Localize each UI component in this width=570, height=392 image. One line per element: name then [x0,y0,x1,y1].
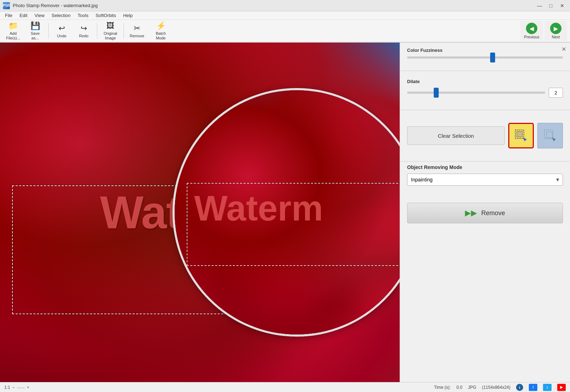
add-files-icon: 📁 [9,21,18,31]
menu-softorbits[interactable]: SoftOrbits [92,12,120,19]
previous-label: Previous [524,35,539,39]
info-button[interactable]: i [516,384,523,391]
redo-icon: ↪ [81,24,87,33]
object-removing-mode-label: Object Removing Mode [407,164,563,170]
separator-1 [48,23,49,39]
status-bar: 1:1 – —— + Time (s): 0.0 JPG (1154x864x2… [0,382,570,392]
divider-1 [400,71,570,71]
dilate-slider[interactable] [407,92,545,94]
window-controls: — □ ✕ [535,2,567,9]
dropdown-wrapper: Inpainting Content Aware Fill Moving Ave… [407,174,563,186]
nav-buttons: ◀ Previous ▶ Next [520,21,567,41]
previous-icon: ◀ [526,23,537,34]
buttons-row: Clear Selection [407,123,563,148]
save-as-button[interactable]: 💾 Saveas... [25,21,45,41]
paste-tool-button[interactable] [537,123,563,148]
divider-3 [400,161,570,162]
remove-icon: ✂ [134,24,140,33]
save-label: Saveas... [31,31,39,40]
batch-mode-button[interactable]: ⚡ BatchMode [149,21,173,41]
undo-icon: ↩ [59,24,65,33]
menu-edit[interactable]: Edit [16,12,31,19]
redo-button[interactable]: ↪ Redo [73,21,94,41]
previous-button[interactable]: ◀ Previous [520,21,543,41]
time-label: Time (s): [434,385,451,390]
time-value: 0.0 [456,385,462,390]
color-fuzziness-section: Color Fuzziness [400,43,570,68]
zoom-controls: 1:1 – —— + [4,385,29,390]
remove-toolbar-label: Remove [130,34,144,38]
undo-button[interactable]: ↩ Undo [51,21,72,41]
svg-rect-1 [517,131,522,137]
dilate-row: 2 [407,88,563,98]
remove-arrow-icon: ▶▶ [465,208,477,218]
batch-label: BatchMode [156,31,166,40]
color-fuzziness-slider[interactable] [407,56,563,59]
main-area: Waterm... Waterm ✕ Color Fuzziness Dilat… [0,43,570,382]
window-title: Photo Stamp Remover - watermarked.jpg [13,3,535,8]
menu-tools[interactable]: Tools [74,12,92,19]
mode-dropdown[interactable]: Inpainting Content Aware Fill Moving Ave… [407,174,563,186]
dilate-label: Dilate [407,79,563,84]
next-label: Next [552,35,560,39]
app-icon: PSR [3,2,10,9]
spacer [400,191,570,198]
zoom-value: 1:1 [4,385,10,390]
title-bar: PSR Photo Stamp Remover - watermarked.jp… [0,0,570,11]
selection-tool-button[interactable] [508,123,534,148]
maximize-button[interactable]: □ [546,2,556,9]
add-files-button[interactable]: 📁 AddFile(s)... [3,21,23,41]
redo-label: Redo [79,34,88,38]
panel-close-button[interactable]: ✕ [560,45,567,53]
dilate-section: Dilate 2 [400,74,570,107]
facebook-button[interactable]: f [529,384,537,391]
original-image-icon: 🖼 [106,21,114,31]
svg-rect-5 [547,132,552,138]
zoom-minus-button[interactable]: – [12,385,15,390]
divider-2 [400,110,570,110]
minimize-button[interactable]: — [535,2,544,9]
original-image-label: OriginalImage [104,31,117,40]
menu-view[interactable]: View [31,12,48,19]
paste-icon [543,129,557,143]
menu-help[interactable]: Help [120,12,136,19]
zoom-plus-button[interactable]: + [27,385,29,390]
menu-file[interactable]: File [1,12,16,19]
separator-3 [124,23,124,39]
undo-label: Undo [57,34,66,38]
remove-toolbar-button[interactable]: ✂ Remove [127,21,147,41]
twitter-button[interactable]: t [543,384,552,391]
image-area[interactable]: Waterm... Waterm [0,43,400,382]
clear-selection-button[interactable]: Clear Selection [407,126,505,145]
right-panel: ✕ Color Fuzziness Dilate 2 Clear Selecti… [400,43,570,382]
selection-icon [514,129,528,143]
toolbar: 📁 AddFile(s)... 💾 Saveas... ↩ Undo ↪ Red… [0,20,570,43]
save-icon: 💾 [31,21,40,31]
remove-label: Remove [481,209,505,217]
format-label: JPG [468,385,476,390]
menu-bar: File Edit View Selection Tools SoftOrbit… [0,11,570,20]
dimensions-label: (1154x864x24) [482,385,510,390]
menu-selection[interactable]: Selection [48,12,74,19]
close-button[interactable]: ✕ [557,2,567,9]
magnifier-overlay: Waterm [172,88,400,337]
add-files-label: AddFile(s)... [6,31,20,40]
dilate-value: 2 [549,88,563,98]
status-right: Time (s): 0.0 JPG (1154x864x24) i f t ▶ [434,384,566,391]
remove-button[interactable]: ▶▶ Remove [407,203,563,223]
color-fuzziness-row [407,56,563,59]
action-buttons-section: Clear Selection [400,113,570,158]
next-icon: ▶ [550,23,561,34]
next-button[interactable]: ▶ Next [544,21,567,41]
original-image-button[interactable]: 🖼 OriginalImage [100,21,121,41]
batch-icon: ⚡ [156,21,166,31]
color-fuzziness-label: Color Fuzziness [407,48,563,53]
youtube-button[interactable]: ▶ [557,384,566,391]
separator-2 [97,23,97,39]
object-removing-mode-section: Object Removing Mode Inpainting Content … [400,164,570,191]
zoom-track: —— [17,385,24,390]
